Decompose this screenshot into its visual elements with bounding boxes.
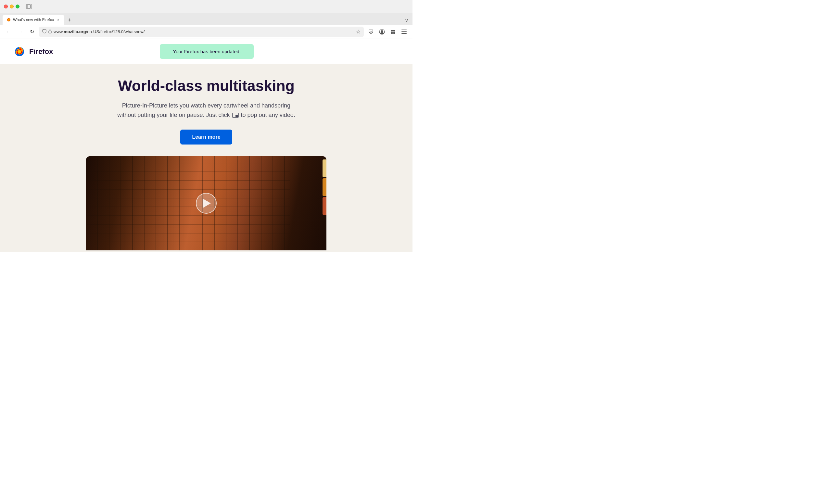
- lock-icon: [49, 29, 52, 34]
- account-button[interactable]: [377, 27, 386, 36]
- play-icon: [203, 199, 211, 208]
- learn-more-button[interactable]: Learn more: [180, 130, 232, 145]
- traffic-lights: [4, 5, 19, 8]
- svg-point-7: [381, 30, 383, 32]
- hamburger-menu-button[interactable]: [399, 27, 408, 36]
- sidebar-toggle-button[interactable]: [25, 4, 32, 9]
- forward-button[interactable]: →: [16, 27, 25, 36]
- firefox-logo: Firefox: [13, 45, 53, 58]
- reload-button[interactable]: ↻: [27, 27, 36, 36]
- address-bar[interactable]: www.mozilla.org/en-US/firefox/128.0/what…: [39, 27, 364, 37]
- tab-title: What's new with Firefox: [13, 17, 54, 22]
- svg-rect-5: [49, 31, 51, 33]
- pocket-button[interactable]: [366, 27, 375, 36]
- forward-icon: →: [17, 29, 23, 35]
- tab-bar: What's new with Firefox × + ∨: [0, 13, 412, 25]
- svg-rect-11: [393, 32, 395, 34]
- back-icon: ←: [6, 29, 11, 35]
- tab-close-button[interactable]: ×: [56, 17, 60, 22]
- svg-rect-10: [391, 32, 393, 34]
- page-content: Firefox Your Firefox has been updated. W…: [0, 39, 412, 252]
- stacked-tab-3: [322, 197, 326, 215]
- back-button[interactable]: ←: [4, 27, 13, 36]
- svg-point-16: [18, 50, 21, 53]
- minimize-button[interactable]: [10, 5, 14, 8]
- firefox-wordmark: Firefox: [29, 48, 53, 56]
- nav-bar: ← → ↻ www.mozilla.org/en-US/firefox/128.…: [0, 25, 412, 39]
- extensions-button[interactable]: [388, 27, 397, 36]
- active-tab[interactable]: What's new with Firefox ×: [3, 15, 64, 25]
- main-section: World-class multitasking Picture-In-Pict…: [0, 64, 412, 252]
- bookmark-star-icon[interactable]: ☆: [356, 28, 361, 35]
- close-button[interactable]: [4, 5, 8, 8]
- svg-point-4: [8, 19, 9, 20]
- svg-rect-9: [393, 30, 395, 31]
- pip-icon: [232, 113, 239, 118]
- update-banner: Your Firefox has been updated.: [160, 44, 254, 59]
- video-background: [86, 156, 326, 250]
- tab-overflow-button[interactable]: ∨: [403, 16, 410, 25]
- shield-icon: [42, 29, 47, 34]
- video-preview[interactable]: [86, 156, 326, 250]
- svg-rect-14: [401, 33, 407, 34]
- address-bar-text: www.mozilla.org/en-US/firefox/128.0/what…: [54, 29, 354, 34]
- svg-rect-12: [401, 29, 407, 30]
- new-tab-button[interactable]: +: [65, 16, 74, 25]
- reload-icon: ↻: [30, 28, 34, 35]
- window-chrome: [0, 0, 412, 13]
- page-headline: World-class multitasking: [118, 77, 295, 94]
- svg-rect-13: [401, 31, 407, 32]
- play-button[interactable]: [196, 193, 217, 214]
- svg-rect-8: [391, 30, 393, 31]
- hero-subtext: Picture-In-Picture lets you watch every …: [117, 101, 295, 120]
- stacked-tab-1: [322, 159, 326, 177]
- firefox-favicon: [6, 17, 11, 22]
- firefox-header: Firefox Your Firefox has been updated.: [0, 39, 412, 64]
- stacked-tabs: [322, 159, 326, 215]
- svg-rect-18: [235, 115, 238, 117]
- firefox-logo-icon: [13, 45, 26, 58]
- svg-rect-1: [26, 5, 27, 8]
- stacked-tab-2: [322, 178, 326, 196]
- nav-right-icons: [366, 27, 408, 36]
- maximize-button[interactable]: [16, 5, 19, 8]
